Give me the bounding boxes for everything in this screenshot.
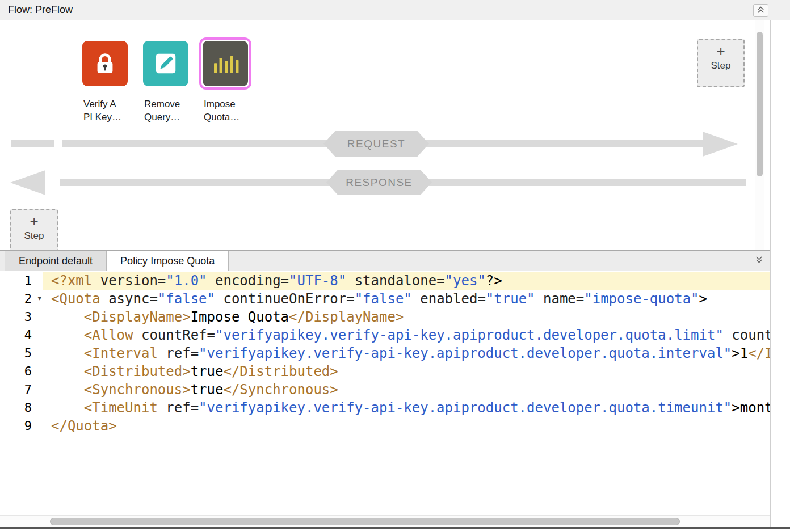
code-line[interactable]: 9</Quota> <box>0 417 770 435</box>
response-arrowhead-icon <box>10 170 45 195</box>
code-token: encoding= <box>207 273 289 289</box>
flow-step-impose-quota[interactable]: ImposeQuota… <box>203 41 262 124</box>
code-token <box>51 345 84 361</box>
code-line-text: <TimeUnit ref="verifyapikey.verify-api-k… <box>43 399 770 417</box>
code-line[interactable]: 5 <Interval ref="verifyapikey.verify-api… <box>0 344 770 362</box>
code-token: > <box>699 291 707 307</box>
code-token: "true" <box>486 291 535 307</box>
code-token: <Interval <box>84 345 158 361</box>
code-line[interactable]: 8 <TimeUnit ref="verifyapikey.verify-api… <box>0 399 770 417</box>
code-line-text: <Quota async="false" continueOnError="fa… <box>43 290 770 308</box>
editor-tabbar: Endpoint defaultPolicy Impose Quota <box>0 250 770 271</box>
code-line-text: <DisplayName>Impose Quota</DisplayName> <box>43 308 770 326</box>
add-step-button-top[interactable]: + Step <box>697 39 745 87</box>
plus-icon: + <box>11 213 57 229</box>
code-token <box>51 327 84 343</box>
add-step-label: Step <box>698 60 743 71</box>
add-step-button-bottom[interactable]: + Step <box>10 209 58 250</box>
fold-arrow-icon[interactable]: ▾ <box>37 289 41 307</box>
request-arrowhead-icon <box>703 132 738 157</box>
code-token: count <box>724 327 770 343</box>
code-token <box>51 364 84 379</box>
line-number: 1 <box>0 272 43 290</box>
double-chevron-up-icon <box>757 5 765 16</box>
code-token: "verifyapikey.verify-api-key.apiproduct.… <box>199 345 732 361</box>
tab-endpoint-default[interactable]: Endpoint default <box>5 251 107 271</box>
code-token: Impose Quota <box>191 309 289 325</box>
code-line[interactable]: 2▾<Quota async="false" continueOnError="… <box>0 290 770 308</box>
flow-vertical-scrollbar <box>755 20 764 250</box>
line-number: 5 <box>0 344 43 362</box>
code-editor[interactable]: 1<?xml version="1.0" encoding="UTF-8" st… <box>0 271 770 515</box>
line-number: 7 <box>0 381 43 399</box>
code-token: "UTF-8" <box>289 273 346 289</box>
code-token: ?> <box>486 273 502 289</box>
code-token: "false" <box>355 291 412 307</box>
flow-canvas: Verify API Key…RemoveQuery…ImposeQuota… … <box>0 20 770 250</box>
code-token: <Allow <box>84 327 133 343</box>
code-token: true <box>191 364 224 379</box>
code-line-text: </Quota> <box>43 417 770 435</box>
code-line[interactable]: 6 <Distributed>true</Distributed> <box>0 362 770 381</box>
code-token: name= <box>535 291 585 307</box>
step-selection-frame <box>79 37 131 90</box>
code-line-text: <Allow countRef="verifyapikey.verify-api… <box>43 326 770 344</box>
quota-bars-icon <box>203 41 248 86</box>
code-line-text: <Interval ref="verifyapikey.verify-api-k… <box>43 344 770 362</box>
code-token: countRef= <box>133 327 216 343</box>
code-line[interactable]: 7 <Synchronous>true</Synchronous> <box>0 381 770 399</box>
line-number: 4 <box>0 326 43 344</box>
code-line-text: <Distributed>true</Distributed> <box>43 362 770 381</box>
add-step-label: Step <box>11 230 57 242</box>
line-number: 2▾ <box>0 290 43 308</box>
code-token <box>51 309 84 325</box>
line-number: 8 <box>0 399 43 417</box>
line-number: 3 <box>0 308 43 326</box>
flow-step-remove-query-param[interactable]: RemoveQuery… <box>143 41 202 124</box>
code-token: version= <box>92 273 166 289</box>
flow-panel-title: Flow: PreFlow <box>8 0 73 20</box>
step-label: ImposeQuota… <box>203 98 262 124</box>
code-token: "1.0" <box>166 273 207 289</box>
tab-policy-impose-quota[interactable]: Policy Impose Quota <box>107 251 229 271</box>
code-line[interactable]: 1<?xml version="1.0" encoding="UTF-8" st… <box>0 272 770 290</box>
code-token: </DisplayName> <box>289 309 404 325</box>
flow-step-verify-api-key[interactable]: Verify API Key… <box>82 41 141 124</box>
code-token: continueOnError= <box>215 291 355 307</box>
code-token: </Synchronous> <box>223 382 338 398</box>
code-token: standalone= <box>346 273 444 289</box>
plus-icon: + <box>698 43 743 59</box>
code-token: <Synchronous> <box>84 382 191 398</box>
code-token: async= <box>100 291 158 307</box>
code-token: </Distributed> <box>223 364 338 379</box>
code-token: ref= <box>158 345 199 361</box>
code-line-text: <Synchronous>true</Synchronous> <box>43 381 770 399</box>
request-badge: REQUEST <box>323 131 429 157</box>
step-label: RemoveQuery… <box>143 98 202 124</box>
code-token: </I <box>748 345 770 361</box>
code-line[interactable]: 3 <DisplayName>Impose Quota</DisplayName… <box>0 308 770 326</box>
code-token: <TimeUnit <box>84 400 158 416</box>
code-lines: 1<?xml version="1.0" encoding="UTF-8" st… <box>0 272 770 435</box>
step-selection-frame <box>199 37 251 90</box>
editor-tabbar-tabs: Endpoint defaultPolicy Impose Quota <box>5 251 229 271</box>
code-token: "false" <box>158 291 215 307</box>
flow-scrollbar-thumb[interactable] <box>757 32 763 176</box>
code-token: enabled= <box>412 291 486 307</box>
window-bottom-edge <box>0 527 790 529</box>
code-token: </Quota> <box>51 418 117 434</box>
editor-collapse-button[interactable] <box>747 251 770 271</box>
code-token: ref= <box>158 400 199 416</box>
code-line-text: <?xml version="1.0" encoding="UTF-8" sta… <box>43 272 770 290</box>
step-label: Verify API Key… <box>82 98 141 124</box>
line-number: 9 <box>0 417 43 435</box>
code-token: "verifyapikey.verify-api-key.apiproduct.… <box>215 327 724 343</box>
hscrollbar-thumb[interactable] <box>50 518 680 525</box>
editor-horizontal-scrollbar <box>0 515 770 527</box>
request-bar-tail <box>11 140 54 147</box>
flow-collapse-button[interactable] <box>753 4 768 17</box>
response-badge: RESPONSE <box>326 170 432 195</box>
code-line[interactable]: 4 <Allow countRef="verifyapikey.verify-a… <box>0 326 770 344</box>
window-right-edge <box>789 0 789 527</box>
pencil-icon <box>143 41 188 86</box>
